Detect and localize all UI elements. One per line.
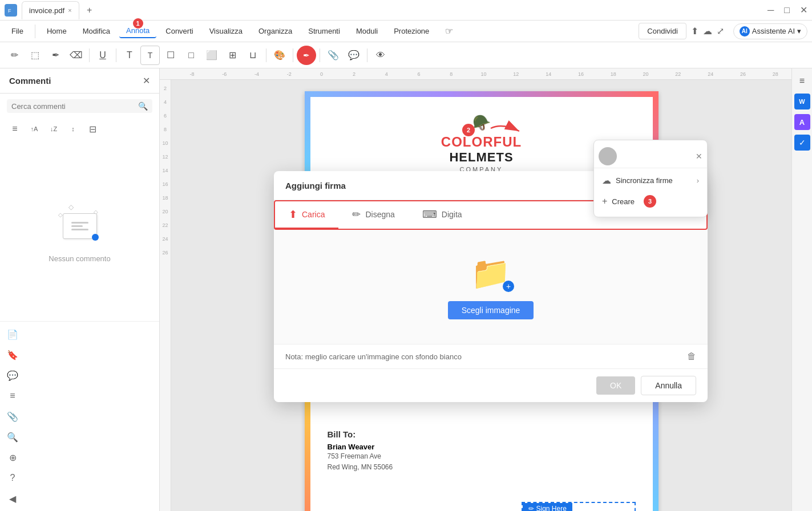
sep4 [293, 48, 293, 62]
icon-expand: ⤢ [717, 26, 724, 36]
comments-sidebar: Commenti ✕ 🔍 ≡ ↑A ↓Z ↕ ⊟ ◇ ◇ ◇ [0, 68, 160, 511]
tool-text[interactable]: T [120, 46, 139, 65]
tool-stamp[interactable]: ⬚ [25, 46, 45, 65]
sidebar-layers-icon[interactable]: ⊕ [5, 449, 21, 465]
trash-icon[interactable]: 🗑 [687, 351, 696, 362]
helmets-text: HELMETS [449, 150, 513, 164]
step-badge-1: 1 [133, 18, 143, 29]
menu-modifica[interactable]: Modifica [76, 25, 117, 38]
sort-num-btn[interactable]: ↕ [65, 121, 81, 137]
sort-za-btn[interactable]: ↓Z [46, 121, 62, 137]
tab-filename: invoice.pdf [29, 6, 64, 15]
menu-converti[interactable]: Converti [159, 25, 200, 38]
maximize-btn[interactable]: □ [784, 5, 790, 15]
tool-shape[interactable]: □ [181, 46, 201, 65]
new-tab-btn[interactable]: + [82, 2, 98, 18]
sidebar-bookmark-icon[interactable]: 🔖 [5, 347, 21, 363]
no-comment-label: Nessun commento [49, 254, 110, 263]
sep6 [367, 48, 367, 62]
right-toolbar: ≡ W A ✓ [791, 68, 812, 511]
sig-sync-item[interactable]: ☁ Sincronizza firme › [594, 171, 707, 190]
draw-icon: ✏ [352, 208, 361, 221]
menu-visualizza[interactable]: Visualizza [203, 25, 249, 38]
ai-assistant-btn[interactable]: AI Assistente AI ▾ [733, 23, 807, 39]
dialog-tab-carica[interactable]: ⬆ Carica [275, 201, 338, 229]
menu-file[interactable]: File [5, 25, 30, 38]
choose-image-btn[interactable]: Scegli immagine [448, 301, 534, 319]
menu-home[interactable]: Home [40, 25, 74, 38]
minimize-btn[interactable]: ─ [767, 5, 774, 15]
tool-pencil[interactable]: ✒ [46, 46, 65, 65]
dialog-title: Aggiungi firma [285, 181, 346, 190]
sidebar-comment-icon[interactable]: 💬 [5, 367, 21, 383]
sign-here-box[interactable]: ✏ Sign Here [522, 502, 636, 511]
sidebar-search-icon[interactable]: 🔍 [5, 429, 21, 445]
tab-area: F invoice.pdf × + [5, 1, 767, 19]
tool-draw[interactable]: ✏ [5, 46, 24, 65]
tool-callout[interactable]: ☐ [161, 46, 180, 65]
icon-share2: ⬆ [691, 26, 698, 36]
sig-create-item[interactable]: + Creare 3 [594, 190, 707, 212]
menu-moduli[interactable]: Moduli [349, 25, 385, 38]
menu-annota[interactable]: Annota 1 [119, 24, 156, 38]
app-icon: F [5, 4, 17, 17]
tab-close-btn[interactable]: × [68, 7, 71, 14]
menu-protezione[interactable]: Protezione [387, 25, 436, 38]
tool-color[interactable]: 🎨 [270, 46, 289, 65]
sidebar-page-icon[interactable]: 📄 [5, 326, 21, 342]
sig-popup-header: ✕ [594, 145, 707, 168]
tool-underline[interactable]: U [93, 46, 112, 65]
search-icon[interactable]: 🔍 [138, 102, 148, 111]
icon-cloud: ☁ [703, 26, 712, 36]
hat-icon: 🪖 [328, 114, 636, 132]
sep3 [266, 48, 266, 62]
dialog-tab-disegna[interactable]: ✏ Disegna [338, 201, 408, 229]
ruler-ticks: -8 -6 -4 -2 0 2 4 6 8 10 12 14 16 18 20 … [171, 71, 791, 77]
tool-eye[interactable]: 👁 [371, 46, 390, 65]
sidebar-help-icon[interactable]: ? [5, 470, 21, 486]
share-button[interactable]: Condividi [639, 23, 686, 39]
main-layout: Commenti ✕ 🔍 ≡ ↑A ↓Z ↕ ⊟ ◇ ◇ ◇ [0, 68, 812, 511]
tool-textbox[interactable]: T [140, 46, 160, 65]
menu-strumenti[interactable]: Strumenti [301, 25, 347, 38]
tool-comment[interactable]: 💬 [344, 46, 363, 65]
toolbar: ✏ ⬚ ✒ ⌫ U T T ☐ □ ⬜ ⊞ ⊔ 🎨 ✒ 📎 💬 👁 [0, 42, 812, 68]
ai-label: Assistente AI [752, 27, 795, 35]
comment-search-input[interactable] [11, 102, 135, 111]
right-tool-panel[interactable]: ≡ [794, 73, 810, 89]
signature-tool-btn[interactable]: ✒ [297, 46, 316, 65]
cancel-btn[interactable]: Annulla [641, 376, 696, 395]
tool-stamp2[interactable]: ⊔ [243, 46, 262, 65]
bill-addr1: 753 Freeman Ave [328, 451, 636, 462]
sig-popup-close-btn[interactable]: ✕ [696, 152, 702, 161]
right-tool-check[interactable]: ✓ [794, 135, 810, 151]
close-window-btn[interactable]: ✕ [800, 5, 807, 15]
tool-attach[interactable]: 📎 [324, 46, 343, 65]
sep2 [116, 48, 116, 62]
company-logo: 🪖 COLORFUL HELMETS COMPANY [328, 114, 636, 173]
tool-measure[interactable]: ⊞ [223, 46, 242, 65]
sidebar-text-icon[interactable]: ≡ [5, 388, 21, 404]
active-tab[interactable]: invoice.pdf × [22, 1, 79, 19]
upload-icon: ⬆ [289, 208, 297, 221]
right-tool-a[interactable]: A [794, 114, 810, 130]
tool-eraser[interactable]: ⌫ [66, 46, 86, 65]
sidebar-collapse-icon[interactable]: ◀ [5, 490, 21, 506]
right-tool-word[interactable]: W [794, 94, 810, 110]
ok-btn[interactable]: OK [596, 376, 635, 395]
tool-shape2[interactable]: ⬜ [202, 46, 221, 65]
sidebar-actions: ≡ ↑A ↓Z ↕ ⊟ [0, 119, 159, 139]
sidebar-clip-icon[interactable]: 📎 [5, 408, 21, 424]
sort-btn[interactable]: ≡ [7, 121, 23, 137]
filter-btn[interactable]: ⊟ [84, 121, 100, 137]
note-text: Nota: meglio caricare un'immagine con sf… [285, 352, 462, 361]
dialog-body: 📁 + Scegli immagine [274, 230, 708, 344]
sync-icon: ☁ [602, 175, 611, 186]
sidebar-close-btn[interactable]: ✕ [143, 75, 150, 86]
menu-cursor[interactable]: ☞ [438, 23, 460, 39]
dialog-tab-digita[interactable]: ⌨ Digita [409, 201, 476, 229]
sidebar-content: ◇ ◇ ◇ Nessun commento [0, 139, 159, 321]
ai-chevron: ▾ [797, 27, 801, 35]
menu-organizza[interactable]: Organizza [252, 25, 299, 38]
sort-az-btn[interactable]: ↑A [26, 121, 42, 137]
